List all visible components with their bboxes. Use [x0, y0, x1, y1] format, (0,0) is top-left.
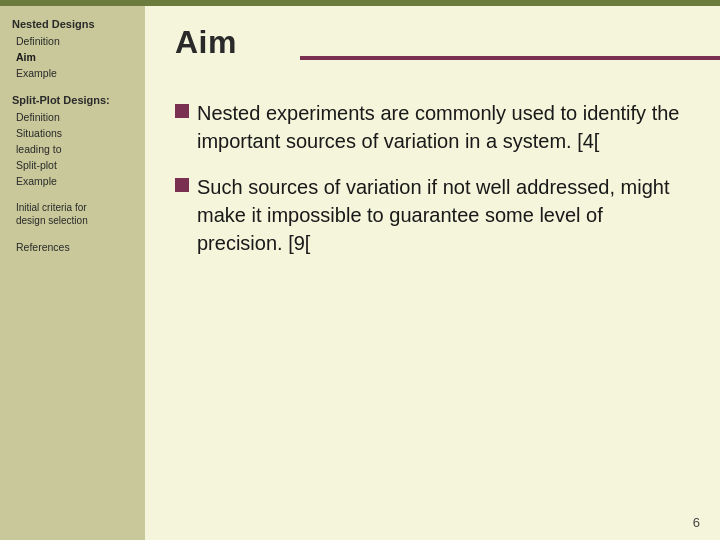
bullet-item-1: Nested experiments are commonly used to … [175, 99, 690, 155]
title-underline [300, 56, 720, 60]
sidebar-item-initial-criteria[interactable]: Initial criteria fordesign selection [8, 200, 137, 228]
page-title: Aim [175, 24, 237, 60]
sidebar-item-splitplot-leadingto[interactable]: leading to [8, 142, 137, 156]
sidebar-item-splitplot-splitplot[interactable]: Split-plot [8, 158, 137, 172]
sidebar-section-splitplot-designs[interactable]: Split-Plot Designs: [8, 92, 137, 108]
sidebar: Nested Designs Definition Aim Example Sp… [0, 6, 145, 540]
sidebar-item-nested-example[interactable]: Example [8, 66, 137, 80]
page: Nested Designs Definition Aim Example Sp… [0, 0, 720, 540]
sidebar-item-references[interactable]: References [8, 240, 137, 254]
bullet-text-2: Such sources of variation if not well ad… [197, 173, 690, 257]
sidebar-item-splitplot-definition[interactable]: Definition [8, 110, 137, 124]
sidebar-section-nested-designs[interactable]: Nested Designs [8, 16, 137, 32]
page-number: 6 [693, 515, 700, 530]
bullet-square-1 [175, 104, 189, 118]
main-content: Aim Nested experiments are commonly used… [145, 6, 720, 540]
bullet-text-1: Nested experiments are commonly used to … [197, 99, 690, 155]
sidebar-item-nested-aim[interactable]: Aim [8, 50, 137, 64]
bullet-item-2: Such sources of variation if not well ad… [175, 173, 690, 257]
content-area: Nested Designs Definition Aim Example Sp… [0, 6, 720, 540]
body-content: Nested experiments are commonly used to … [145, 71, 720, 295]
sidebar-item-splitplot-situations[interactable]: Situations [8, 126, 137, 140]
sidebar-item-nested-definition[interactable]: Definition [8, 34, 137, 48]
bullet-square-2 [175, 178, 189, 192]
sidebar-item-splitplot-example[interactable]: Example [8, 174, 137, 188]
title-bar: Aim [145, 6, 720, 71]
